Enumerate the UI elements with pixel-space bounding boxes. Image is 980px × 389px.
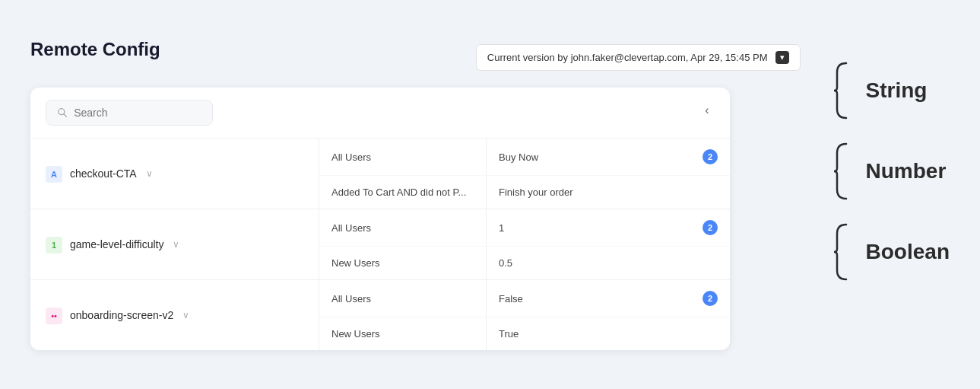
- config-row: A checkout-CTA ∨ All Users Buy Now 2: [30, 139, 730, 209]
- value-text: Buy Now: [499, 151, 538, 163]
- row-name: checkout-CTA ∨: [70, 167, 153, 180]
- segment-cell: All Users: [319, 280, 487, 317]
- brace-icon-number: [831, 141, 854, 202]
- value-text: False: [499, 293, 523, 305]
- variant-badge: 2: [702, 291, 718, 306]
- segment-cell: Added To Cart AND did not P...: [319, 176, 487, 209]
- version-label: Current version by john.faker@clevertap.…: [487, 52, 768, 63]
- row-name: onboarding-screen-v2 ∨: [70, 309, 189, 321]
- brace-icon-boolean: [831, 222, 854, 282]
- value-pair: New Users 0.5: [319, 247, 730, 279]
- search-input-wrapper: [46, 100, 213, 126]
- expand-arrow[interactable]: ∨: [146, 168, 153, 179]
- expand-arrow[interactable]: ∨: [182, 310, 189, 320]
- value-cell: False 2: [487, 280, 730, 317]
- config-row: 1 game-level-difficulty ∨ All Users 1 2: [30, 209, 730, 280]
- variant-badge: 2: [702, 149, 718, 164]
- search-bar: ‹: [30, 88, 730, 139]
- header-row: Remote Config Current version by john.fa…: [30, 39, 801, 75]
- segment-cell: All Users: [319, 139, 487, 175]
- segment-text: All Users: [331, 222, 371, 234]
- right-labels: String Number Boolean: [801, 39, 950, 304]
- segment-cell: All Users: [319, 209, 487, 246]
- value-text: 1: [499, 222, 504, 234]
- svg-line-1: [64, 114, 67, 117]
- value-pair: New Users True: [319, 317, 730, 350]
- value-text: Finish your order: [499, 187, 573, 198]
- row-values-col: All Users Buy Now 2 Added To Cart AND di…: [319, 139, 730, 209]
- segment-cell: New Users: [319, 317, 487, 350]
- row-name-col: •• onboarding-screen-v2 ∨: [30, 280, 319, 350]
- page-title: Remote Config: [30, 39, 160, 60]
- type-label-string: String: [866, 78, 928, 103]
- search-input[interactable]: [74, 107, 201, 119]
- value-pair: All Users Buy Now 2: [319, 139, 730, 176]
- type-label-wrapper-string: String: [831, 54, 950, 127]
- value-pair: All Users False 2: [319, 280, 730, 317]
- collapse-button[interactable]: ‹: [696, 100, 718, 121]
- type-label-number: Number: [866, 159, 947, 183]
- collapse-icon: ‹: [705, 104, 709, 117]
- row-type-icon: 1: [46, 237, 62, 253]
- value-cell: Finish your order: [487, 176, 730, 209]
- type-label-wrapper-number: Number: [831, 135, 950, 208]
- row-values-col: All Users False 2 New Users True: [319, 280, 730, 350]
- value-cell: Buy Now 2: [487, 139, 730, 175]
- version-button[interactable]: Current version by john.faker@clevertap.…: [476, 44, 801, 71]
- value-cell: 1 2: [487, 209, 730, 246]
- table-body: A checkout-CTA ∨ All Users Buy Now 2: [30, 139, 730, 350]
- row-name-col: 1 game-level-difficulty ∨: [30, 209, 319, 279]
- version-dropdown-arrow: ▾: [775, 51, 789, 64]
- row-type-icon: A: [46, 166, 62, 183]
- brace-icon-string: [831, 60, 854, 121]
- segment-text: All Users: [331, 293, 371, 305]
- type-label-wrapper-boolean: Boolean: [831, 215, 950, 289]
- type-label-boolean: Boolean: [866, 240, 950, 264]
- expand-arrow[interactable]: ∨: [173, 239, 179, 250]
- page-wrapper: Remote Config Current version by john.fa…: [30, 39, 950, 350]
- row-name: game-level-difficulty ∨: [70, 238, 179, 250]
- row-type-icon: ••: [46, 308, 62, 324]
- variant-badge: 2: [702, 220, 718, 235]
- value-pair: All Users 1 2: [319, 209, 730, 247]
- value-pair: Added To Cart AND did not P... Finish yo…: [319, 176, 730, 209]
- left-section: Remote Config Current version by john.fa…: [30, 39, 801, 350]
- row-name-col: A checkout-CTA ∨: [30, 139, 319, 209]
- value-text: 0.5: [499, 257, 512, 269]
- row-values-col: All Users 1 2 New Users 0.5: [319, 209, 730, 279]
- segment-text: New Users: [331, 257, 380, 269]
- value-cell: 0.5: [487, 247, 730, 279]
- value-text: True: [499, 328, 519, 340]
- search-icon: [57, 107, 68, 119]
- segment-text: Added To Cart AND did not P...: [331, 187, 466, 198]
- config-row: •• onboarding-screen-v2 ∨ All Users Fals…: [30, 280, 730, 350]
- segment-text: New Users: [331, 328, 380, 340]
- segment-text: All Users: [331, 151, 371, 163]
- main-card: ‹ A checkout-CTA ∨ All Users: [30, 88, 730, 350]
- value-cell: True: [487, 317, 730, 350]
- segment-cell: New Users: [319, 247, 487, 279]
